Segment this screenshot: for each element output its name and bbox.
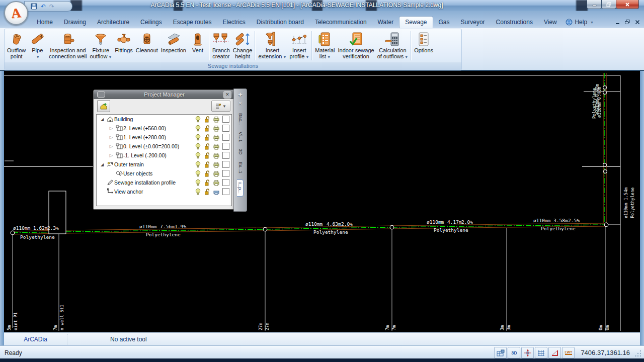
lock-open-icon[interactable] [204,170,210,177]
insert-extension-button[interactable]: Insert extension▼ [257,30,288,61]
tab-drawing[interactable]: Drawing [58,17,92,28]
expand-icon[interactable]: ◢ [99,117,106,122]
tab-escape-routes[interactable]: Escape routes [168,17,217,28]
layer-color-checkbox[interactable] [222,152,229,159]
lock-open-icon[interactable] [204,116,210,123]
tree-row-level-1[interactable]: ▷ 1. Level (+280.00) [97,133,231,142]
dock-tab-ex1[interactable]: Ex...1 [238,162,243,173]
visibility-bulb-icon[interactable] [195,188,201,195]
undo-icon[interactable]: ↶ [41,4,46,9]
layer-color-checkbox[interactable] [222,161,229,168]
tree-row-user-objects[interactable]: User objects [97,169,231,178]
print-icon[interactable] [213,161,220,168]
riser-pipe[interactable] [603,73,606,223]
expand-icon[interactable]: ▷ [108,153,115,158]
close-button[interactable] [616,0,639,9]
print-icon[interactable] [213,125,220,132]
print-icon[interactable] [213,143,220,150]
grid-toggle-button[interactable] [535,347,547,358]
visibility-bulb-icon[interactable] [195,179,201,186]
panel-system-icon[interactable] [97,92,105,98]
layer-color-checkbox[interactable] [222,134,229,141]
mdi-minimize-icon[interactable] [615,20,620,25]
visibility-bulb-icon[interactable] [195,134,201,141]
visibility-bulb-icon[interactable] [195,143,201,150]
mdi-restore-icon[interactable] [625,20,630,25]
outflow-point-button[interactable]: Outflow point [6,30,27,60]
dock-close-icon[interactable]: ✕ [238,101,242,106]
layer-color-checkbox[interactable] [222,125,229,132]
insert-profile-button[interactable]: Insert profile▼ [288,30,310,61]
tab-ceilings[interactable]: Ceilings [135,17,168,28]
visibility-bulb-icon[interactable] [195,125,201,132]
panel-close-icon[interactable]: ✕ [223,91,231,99]
tab-architecture[interactable]: Architecture [92,17,135,28]
dock-tab-view1[interactable]: Vi...1 [238,132,243,142]
dock-tab-project-manager[interactable]: i...p... [237,179,244,197]
tab-electrics[interactable]: Electrics [217,17,251,28]
cleanout-button[interactable]: Cleanout [134,30,159,54]
print-icon[interactable] [213,170,220,177]
print-disabled-icon[interactable] [213,188,220,195]
lineweight-toggle-button[interactable]: LWT [562,347,575,358]
print-icon[interactable] [213,116,220,123]
tree-row-level-0[interactable]: ▷ 0. Level (±0.00=200.00) [97,142,231,151]
visibility-bulb-icon[interactable] [195,170,201,177]
app-menu-button[interactable]: A [4,1,28,25]
visibility-bulb-icon[interactable] [195,161,201,168]
redo-icon[interactable]: ↷ [49,4,54,9]
project-manager-titlebar[interactable]: Project Manager ✕ [94,90,234,99]
tab-gas[interactable]: Gas [433,17,455,28]
lock-open-icon[interactable] [204,152,210,159]
material-list-button[interactable]: Material list▼ [313,30,336,61]
inspection-and-connection-well-button[interactable]: Inspection and connection well [47,30,88,60]
inspection-button[interactable]: Inspection [159,30,188,54]
tab-telecommunication[interactable]: Telecommunication [309,17,372,28]
layer-color-checkbox[interactable] [222,170,229,177]
dock-tab-background[interactable]: Bac... [238,113,243,125]
tab-water[interactable]: Water [372,17,399,28]
indoor-sewage-verification-button[interactable]: Indoor sewage verification [336,30,375,60]
branch-creator-button[interactable]: Branch creator [211,30,231,60]
fittings-button[interactable]: Fittings [113,30,134,54]
ortho-toggle-button[interactable] [548,347,561,358]
tab-surveyor[interactable]: Surveyor [455,17,491,28]
minimize-button[interactable] [587,0,602,9]
lock-open-icon[interactable] [204,134,210,141]
save-icon[interactable] [31,3,37,10]
tree-row-sewage-profile[interactable]: Sewage installation profile [97,178,231,187]
tree-row-building[interactable]: ◢ Building [97,115,231,124]
lock-open-icon[interactable] [204,179,210,186]
expand-icon[interactable]: ▷ [108,144,115,149]
expand-icon[interactable]: ▷ [108,135,115,140]
mdi-close-icon[interactable] [635,20,640,25]
layer-color-checkbox[interactable] [222,188,229,195]
print-icon[interactable] [213,134,220,141]
3d-view-button[interactable]: 3D [508,347,520,358]
pin-icon[interactable]: ✚ [238,92,242,98]
restore-button[interactable] [601,0,616,9]
print-icon[interactable] [213,179,220,186]
tree-row-view-anchor[interactable]: View anchor [97,187,231,196]
help-menu[interactable]: Help ▼ [566,19,594,26]
tree-row-level-2[interactable]: ▷ 2. Level (+560.00) [97,124,231,133]
tree-row-outer-terrain[interactable]: ◢ Outer terrain [97,160,231,169]
lock-open-icon[interactable] [204,143,210,150]
pipe-button[interactable]: Pipe ▼ [27,30,47,61]
visibility-bulb-icon[interactable] [195,116,201,123]
tab-distribution-board[interactable]: Distribution board [251,17,309,28]
lock-open-icon[interactable] [204,125,210,132]
tree-filter-dropdown[interactable]: ▼ [211,101,230,112]
layout-toggle-button[interactable] [494,347,507,358]
dock-tab-3d[interactable]: 3D [238,149,243,155]
tab-home[interactable]: Home [31,17,58,28]
add-building-button[interactable] [97,100,110,112]
layer-color-checkbox[interactable] [222,116,229,123]
lock-open-icon[interactable] [204,188,210,195]
tab-sewage[interactable]: Sewage [399,16,433,28]
fixture-outflow-button[interactable]: Fixture outflow▼ [89,30,114,61]
tab-view[interactable]: View [538,17,562,28]
lock-open-icon[interactable] [204,161,210,168]
tracking-toggle-button[interactable] [521,347,534,358]
change-height-button[interactable]: Change height [231,30,254,60]
